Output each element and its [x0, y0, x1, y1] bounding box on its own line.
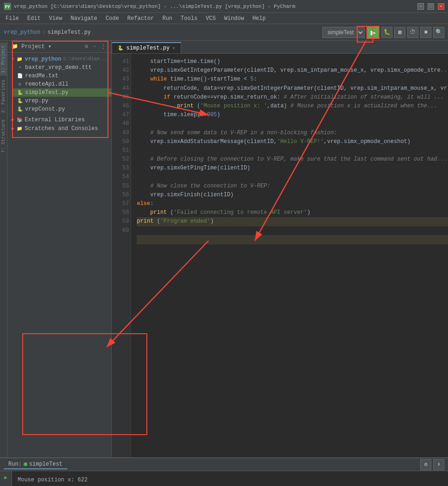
run-play-btn[interactable]: ▶ [2, 473, 10, 481]
tree-expand-icon: ▾ [11, 56, 14, 62]
tree-external-libs[interactable]: ▸ 📚 External Libraries [7, 115, 111, 124]
tab-py-icon: 🐍 [118, 45, 123, 51]
breadcrumb-file[interactable]: simpleTest.py [47, 29, 91, 36]
main-content: 1: Project 2: Favorites 7: Structure 📁 P… [0, 41, 448, 457]
vtab-structure[interactable]: 7: Structure [0, 117, 7, 156]
tree-root-folder-icon: 📁 [16, 56, 23, 62]
title-bar-left: py vrep_python [C:\Users\diany\Desktop\v… [4, 3, 295, 10]
menu-bar: File Edit View Navigate Code Refactor Ru… [0, 13, 448, 24]
tree-scratches-label: Scratches and Consoles [25, 125, 98, 132]
close-button[interactable]: ✕ [438, 3, 444, 10]
run-status-indicator [24, 462, 27, 466]
run-label: Run: [8, 461, 22, 467]
run-tab-name: simpleTest [29, 461, 63, 467]
py-file-icon-vrep: 🐍 [17, 98, 23, 104]
menu-tools[interactable]: Tools [177, 14, 201, 23]
menu-help[interactable]: Help [249, 14, 270, 23]
project-settings-btn[interactable]: ⚙ [83, 43, 89, 50]
project-more-btn[interactable]: ⋮ [99, 43, 107, 50]
dll-file-icon: ⚙ [17, 81, 23, 87]
breadcrumb-root[interactable]: vrep_python [4, 29, 40, 36]
py-file-icon-vrepconst: 🐍 [17, 106, 23, 112]
ttt-file-icon: ▪ [17, 64, 23, 71]
tree-expand-scratches: ▸ [11, 125, 14, 132]
tree-file-dll[interactable]: ⚙ remoteApi.dll [13, 80, 111, 88]
menu-run[interactable]: Run [158, 14, 176, 23]
tree-file-dll-name: remoteApi.dll [25, 81, 69, 87]
tree-root-path: C:\Users\dian... [63, 56, 107, 62]
run-settings-btn[interactable]: ⚙ [420, 459, 431, 470]
run-download-btn[interactable]: ⬇ [433, 459, 444, 470]
toolbar-right: simpleTest ▶ 🐛 ▦ ⏱ ■ 🔍 [322, 26, 444, 39]
tree-scratches-icon: 📁 [16, 125, 23, 132]
menu-vcs[interactable]: VCS [202, 14, 220, 23]
bottom-tab-bar: Run: simpleTest ⚙ ⬇ [0, 458, 448, 471]
tree-external-icon: 📚 [16, 117, 23, 123]
run-stop-btn[interactable]: ■ [2, 483, 10, 486]
menu-refactor[interactable]: Refactor [124, 14, 158, 23]
search-button[interactable]: 🔍 [433, 27, 444, 38]
tree-scratches[interactable]: ▸ 📁 Scratches and Consoles [7, 124, 111, 133]
tree-file-readme[interactable]: 📄 readMe.txt [13, 72, 111, 80]
title-bar: py vrep_python [C:\Users\diany\Desktop\v… [0, 0, 448, 13]
breadcrumb-sep: › [42, 29, 45, 36]
menu-window[interactable]: Window [221, 14, 248, 23]
py-file-icon-simpletest: 🐍 [17, 89, 23, 96]
project-collapse-btn[interactable]: − [91, 43, 97, 50]
editor-area: 🐍 simpleTest.py ✕ 41 42 43 44 45 46 47 4… [112, 41, 448, 457]
project-header: 📁 Project ▾ ⚙ − ⋮ [7, 41, 111, 53]
menu-file[interactable]: File [2, 14, 23, 23]
tree-file-simpletest-name: simpleTest.py [25, 89, 69, 96]
coverage-button[interactable]: ▦ [394, 27, 405, 38]
tree-file-simpletest[interactable]: 🐍 simpleTest.py [13, 88, 111, 97]
tree-file-vrepconst-name: vrepConst.py [25, 106, 65, 112]
tree-file-ttt[interactable]: ▪ baxter_vrep_demo.ttt [13, 63, 111, 72]
run-sidebar: ▶ ■ ⏸ ↺ ✕ ☆ 🗑 [0, 471, 12, 486]
title-bar-controls: — □ ✕ [417, 3, 444, 10]
vtab-favorites[interactable]: 2: Favorites [0, 77, 7, 116]
run-button[interactable]: ▶ [366, 26, 379, 39]
left-vtab-strip: 1: Project 2: Favorites 7: Structure [0, 41, 7, 457]
breadcrumb: vrep_python › simpleTest.py [4, 29, 321, 36]
maximize-button[interactable]: □ [428, 3, 434, 10]
bottom-panel: Run: simpleTest ⚙ ⬇ ▶ ■ ⏸ ↺ ✕ ☆ 🗑 [0, 457, 448, 486]
left-panel: 📁 Project ▾ ⚙ − ⋮ ▾ 📁 vrep_python C:\Use… [7, 41, 112, 457]
minimize-button[interactable]: — [417, 3, 424, 10]
bottom-panel-right: ⚙ ⬇ [420, 459, 444, 470]
tree-expand-external: ▸ [11, 116, 14, 123]
tree-root-name: vrep_python [25, 56, 61, 62]
tab-close-btn[interactable]: ✕ [172, 45, 175, 51]
run-output: ▶ ■ ⏸ ↺ ✕ ☆ 🗑 Mouse position x: 622 Mous… [0, 471, 448, 486]
txt-file-icon: 📄 [17, 73, 23, 79]
toolbar: vrep_python › simpleTest.py simpleTest ▶… [0, 24, 448, 41]
tree-external-label: External Libraries [25, 117, 85, 123]
run-config-select[interactable]: simpleTest [322, 27, 365, 38]
menu-navigate[interactable]: Navigate [67, 14, 101, 23]
tree-file-readme-name: readMe.txt [25, 73, 58, 79]
stop-button[interactable]: ■ [420, 27, 431, 38]
menu-edit[interactable]: Edit [24, 14, 44, 23]
tree-file-vrep[interactable]: 🐍 vrep.py [13, 97, 111, 105]
app-icon: py [4, 3, 11, 10]
vtab-project[interactable]: 1: Project [0, 43, 7, 76]
menu-view[interactable]: View [45, 14, 66, 23]
tree-file-vrepconst[interactable]: 🐍 vrepConst.py [13, 105, 111, 113]
debug-button[interactable]: 🐛 [381, 27, 392, 38]
project-tree: ▾ 📁 vrep_python C:\Users\dian... ▪ baxte… [7, 53, 111, 457]
project-label: 📁 Project ▾ [11, 43, 82, 50]
tree-file-vrep-name: vrep.py [25, 98, 48, 104]
window-title: vrep_python [C:\Users\diany\Desktop\vrep… [14, 4, 295, 9]
code-editor[interactable]: 41 42 43 44 45 46 47 48 49 50 51 52 53 5… [112, 54, 448, 457]
run-text: Mouse position x: 622 Mouse position x: … [12, 471, 448, 486]
bottom-tab-run[interactable]: Run: simpleTest [4, 460, 67, 469]
code-content[interactable]: startTime=time.time() vrep.simxGetIntege… [131, 54, 448, 457]
profile-button[interactable]: ⏱ [407, 27, 418, 38]
tree-root-item[interactable]: ▾ 📁 vrep_python C:\Users\dian... [7, 55, 111, 63]
tab-bar: 🐍 simpleTest.py ✕ [112, 41, 448, 54]
output-line-1: Mouse position x: 622 [18, 475, 442, 486]
run-content: Mouse position x: 622 Mouse position x: … [12, 471, 448, 486]
menu-code[interactable]: Code [102, 14, 123, 23]
tab-name: simpleTest.py [126, 45, 170, 51]
editor-tab-simpletest[interactable]: 🐍 simpleTest.py ✕ [112, 42, 181, 53]
line-numbers: 41 42 43 44 45 46 47 48 49 50 51 52 53 5… [112, 54, 131, 457]
